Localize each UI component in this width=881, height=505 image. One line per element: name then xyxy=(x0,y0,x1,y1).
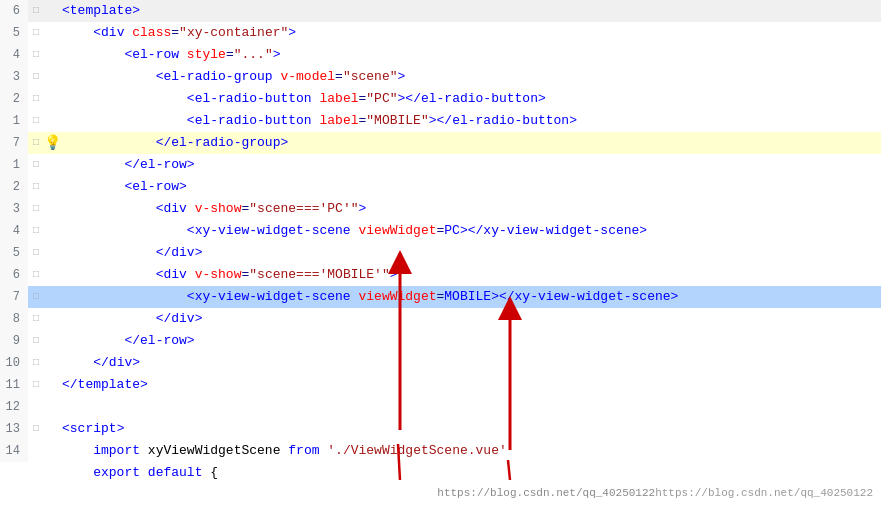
code-content: </div> xyxy=(60,308,881,330)
code-line-12: 5 □ </div> xyxy=(0,242,881,264)
fold-button[interactable]: □ xyxy=(28,66,44,88)
line-number: 4 xyxy=(0,44,28,66)
code-line-18: 11 □ </template> xyxy=(0,374,881,396)
code-line-9: 2 □ <el-row> xyxy=(0,176,881,198)
code-content: <xy-view-widget-scene viewWidget=PC></xy… xyxy=(60,220,881,242)
code-line-22: export default { xyxy=(0,462,881,484)
code-area: 6 □ <template> 5 □ <div class="xy-contai… xyxy=(0,0,881,505)
code-line-6: 1 □ <el-radio-button label="MOBILE"></el… xyxy=(0,110,881,132)
code-line-21: 14 import xyViewWidgetScene from './View… xyxy=(0,440,881,462)
fold-button[interactable]: □ xyxy=(28,352,44,374)
line-number: 13 xyxy=(0,418,28,440)
fold-button[interactable]: □ xyxy=(28,308,44,330)
fold-button[interactable]: □ xyxy=(28,374,44,396)
code-line-3: 4 □ <el-row style="..."> xyxy=(0,44,881,66)
code-content: <script> xyxy=(60,418,881,440)
code-content: <xy-view-widget-scene viewWidget=MOBILE>… xyxy=(60,286,881,308)
line-number: 5 xyxy=(0,242,28,264)
code-content: <el-row style="..."> xyxy=(60,44,881,66)
line-number: 1 xyxy=(0,154,28,176)
fold-button[interactable]: □ xyxy=(28,176,44,198)
fold-button[interactable]: □ xyxy=(28,264,44,286)
code-content: </div> xyxy=(60,242,881,264)
code-content: </template> xyxy=(60,374,881,396)
fold-button[interactable]: □ xyxy=(28,198,44,220)
line-number: 14 xyxy=(0,440,28,462)
line-number: 7 xyxy=(0,286,28,308)
code-content: <div class="xy-container"> xyxy=(60,22,881,44)
code-line-20: 13 □ <script> xyxy=(0,418,881,440)
line-number: 1 xyxy=(0,110,28,132)
code-content: </el-row> xyxy=(60,154,881,176)
line-number: 10 xyxy=(0,352,28,374)
code-line-15: 8 □ </div> xyxy=(0,308,881,330)
fold-button[interactable]: □ xyxy=(28,110,44,132)
code-content: <el-radio-button label="PC"></el-radio-b… xyxy=(60,88,881,110)
code-line-19: 12 xyxy=(0,396,881,418)
code-line-17: 10 □ </div> xyxy=(0,352,881,374)
line-number: 5 xyxy=(0,22,28,44)
code-line-7-highlight: 7 □ 💡 </el-radio-group> xyxy=(0,132,881,154)
code-line-14-selected: 7 □ <xy-view-widget-scene viewWidget=MOB… xyxy=(0,286,881,308)
fold-button[interactable]: □ xyxy=(28,22,44,44)
fold-button[interactable]: □ xyxy=(28,330,44,352)
fold-button[interactable]: □ xyxy=(28,44,44,66)
line-number: 9 xyxy=(0,330,28,352)
line-number: 8 xyxy=(0,308,28,330)
line-number: 6 xyxy=(0,0,28,22)
line-number: 4 xyxy=(0,220,28,242)
code-line-1: 6 □ <template> xyxy=(0,0,881,22)
code-content: <el-row> xyxy=(60,176,881,198)
code-content: <el-radio-group v-model="scene"> xyxy=(60,66,881,88)
code-line-8: 1 □ </el-row> xyxy=(0,154,881,176)
code-line-10: 3 □ <div v-show="scene==='PC'"> xyxy=(0,198,881,220)
fold-button[interactable]: □ xyxy=(28,154,44,176)
line-number: 7 xyxy=(0,132,28,154)
code-content: import xyViewWidgetScene from './ViewWid… xyxy=(60,440,881,462)
code-content: export default { xyxy=(60,462,881,484)
line-number: 11 xyxy=(0,374,28,396)
line-number: 2 xyxy=(0,176,28,198)
fold-button[interactable]: □ xyxy=(28,286,44,308)
code-content: </el-row> xyxy=(60,330,881,352)
code-content: <div v-show="scene==='MOBILE'"> xyxy=(60,264,881,286)
code-line-16: 9 □ </el-row> xyxy=(0,330,881,352)
watermark: https://blog.csdn.net/qq_40250122 xyxy=(437,487,873,499)
code-line-5: 2 □ <el-radio-button label="PC"></el-rad… xyxy=(0,88,881,110)
code-line-2: 5 □ <div class="xy-container"> xyxy=(0,22,881,44)
code-content: <template> xyxy=(60,0,881,22)
code-editor: 6 □ <template> 5 □ <div class="xy-contai… xyxy=(0,0,881,505)
fold-button[interactable]: □ xyxy=(28,418,44,440)
code-content: </el-radio-group> xyxy=(60,132,881,154)
line-number: 6 xyxy=(0,264,28,286)
line-number: 12 xyxy=(0,396,28,418)
line-number: 3 xyxy=(0,66,28,88)
line-number: 3 xyxy=(0,198,28,220)
code-content: <div v-show="scene==='PC'"> xyxy=(60,198,881,220)
gutter-bulb: 💡 xyxy=(44,132,60,155)
fold-button[interactable]: □ xyxy=(28,220,44,242)
code-line-13: 6 □ <div v-show="scene==='MOBILE'"> xyxy=(0,264,881,286)
fold-button[interactable]: □ xyxy=(28,88,44,110)
code-content: <el-radio-button label="MOBILE"></el-rad… xyxy=(60,110,881,132)
line-number: 2 xyxy=(0,88,28,110)
code-line-11: 4 □ <xy-view-widget-scene viewWidget=PC>… xyxy=(0,220,881,242)
fold-button[interactable]: □ xyxy=(28,242,44,264)
code-content: </div> xyxy=(60,352,881,374)
fold-button[interactable]: □ xyxy=(28,0,44,22)
code-line-4: 3 □ <el-radio-group v-model="scene"> xyxy=(0,66,881,88)
fold-button[interactable]: □ xyxy=(28,132,44,154)
